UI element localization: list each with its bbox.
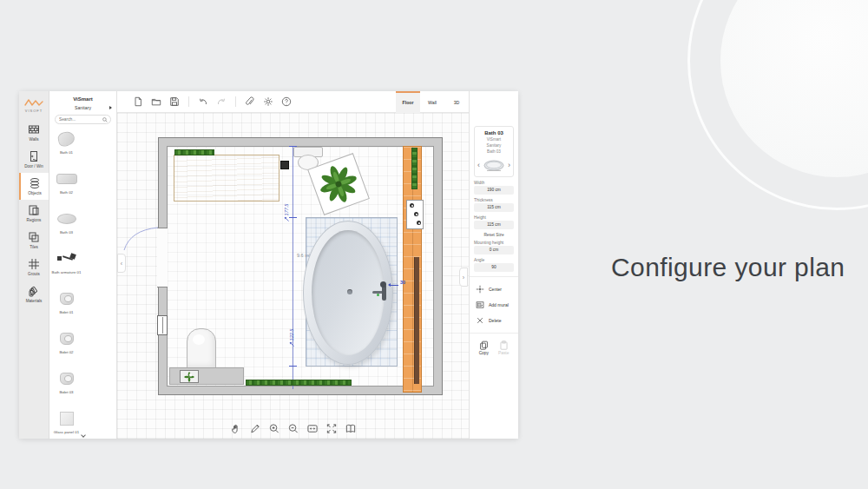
width-input[interactable] <box>474 186 514 195</box>
bath-armature-knob <box>380 281 386 287</box>
sidebar-item-regions[interactable]: Regions <box>19 200 49 227</box>
previous-variant-button[interactable]: ‹ <box>477 162 480 169</box>
mounting-height-label: Mounting height <box>474 241 514 245</box>
vanity-counter[interactable] <box>174 155 279 202</box>
floorplan-canvas[interactable]: 177.5 122.5 9.6 m² <box>117 113 469 439</box>
sidebar-item-materials[interactable]: Materials <box>19 281 49 307</box>
divider <box>470 333 518 334</box>
object-library-panel: ViSmart Sanitary Bath 01 Bath 02 Bath 03… <box>49 91 117 439</box>
plant-top-view <box>313 159 365 210</box>
plant-strip-top[interactable] <box>174 149 214 155</box>
undo-button[interactable] <box>198 96 208 107</box>
paste-button[interactable]: Paste <box>498 340 509 355</box>
library-item-bidet-02[interactable]: Bidet 02 <box>49 327 83 367</box>
sidebar-item-objects[interactable]: Objects <box>19 173 49 200</box>
collapse-library-handle[interactable]: ‹ <box>117 254 126 273</box>
measure-tool[interactable] <box>249 423 260 434</box>
shower-head-dot <box>414 212 418 216</box>
shower-panel[interactable] <box>414 257 419 384</box>
height-field: Height <box>474 215 514 229</box>
thickness-label: Thickness <box>474 198 514 202</box>
window-element[interactable] <box>157 315 168 335</box>
materials-icon <box>28 285 40 297</box>
sidebar-item-label: Regions <box>27 218 42 222</box>
new-file-button[interactable] <box>133 96 143 107</box>
divider <box>470 276 518 277</box>
chevron-right-icon: › <box>463 274 464 281</box>
glass-panel-thumbnail <box>60 412 74 426</box>
selected-object-title: Bath 03 <box>477 130 511 135</box>
center-crosshair-icon <box>476 285 484 294</box>
library-item-bath-03[interactable]: Bath 03 <box>49 208 83 248</box>
sidebar-item-walls[interactable]: Walls <box>19 119 49 146</box>
expand-tool[interactable] <box>326 423 337 434</box>
tool-rail: VISOFT Walls Door / Win Objects Regions … <box>19 91 49 439</box>
library-item-bidet-03[interactable]: Bidet 03 <box>49 367 83 407</box>
toilet[interactable] <box>187 328 216 370</box>
shower-fixture[interactable] <box>406 200 424 229</box>
tab-3d[interactable]: 3D <box>444 91 469 113</box>
angle-field: Angle <box>474 258 514 272</box>
sidebar-item-grouts[interactable]: Grouts <box>19 254 49 281</box>
library-item-bath-armature-01[interactable]: Bath armature 01 <box>49 248 83 287</box>
bath-03-thumbnail <box>57 214 76 224</box>
regions-icon <box>28 204 40 216</box>
snap-point-indicator <box>377 294 379 296</box>
thickness-input[interactable] <box>474 203 514 212</box>
bath-01-thumbnail <box>57 130 76 148</box>
thickness-field: Thickness <box>474 198 514 212</box>
tab-floor[interactable]: Floor <box>396 91 420 113</box>
clipboard-actions: Copy Paste <box>474 338 514 355</box>
fit-view-tool[interactable] <box>306 423 318 434</box>
zoom-out-tool[interactable] <box>287 423 299 434</box>
library-item-bidet-01[interactable]: Bidet 01 <box>49 287 83 327</box>
library-item-bath-02[interactable]: Bath 02 <box>49 168 83 208</box>
height-input[interactable] <box>474 221 514 229</box>
brand-name: VISOFT <box>25 109 43 113</box>
settings-gear-icon[interactable] <box>263 96 273 107</box>
angle-input[interactable] <box>474 263 514 272</box>
reset-size-link[interactable]: Reset Size <box>474 233 514 237</box>
library-category-dropdown[interactable]: Sanitary <box>49 102 116 113</box>
object-preview-image <box>483 158 505 174</box>
page: Configure your plan VISOFT Walls Door / … <box>0 0 868 489</box>
library-item-bath-01[interactable]: Bath 01 <box>49 128 83 168</box>
tab-wall[interactable]: Wall <box>420 91 444 113</box>
library-title: ViSmart <box>49 91 116 102</box>
mounting-height-field: Mounting height <box>474 241 514 254</box>
center-button[interactable]: Center <box>474 281 514 297</box>
sidebar-item-label: Tiles <box>30 245 38 249</box>
collapse-properties-handle[interactable]: › <box>459 268 468 287</box>
bidet-01-thumbnail <box>60 293 74 305</box>
zoom-in-tool[interactable] <box>268 423 279 434</box>
chevron-right-icon <box>109 106 112 109</box>
mounting-height-input[interactable] <box>474 246 514 254</box>
height-label: Height <box>474 215 514 220</box>
plant-strip-bottom[interactable] <box>246 380 352 386</box>
sidebar-item-tiles[interactable]: Tiles <box>19 227 49 254</box>
plant-strip-right[interactable] <box>411 148 418 189</box>
attach-button[interactable] <box>245 96 255 107</box>
catalog-tool[interactable] <box>345 423 356 434</box>
pan-hand-tool[interactable] <box>230 423 241 434</box>
decor-plant-item[interactable] <box>180 370 199 383</box>
sidebar-item-door-win[interactable]: Door / Win <box>19 146 49 173</box>
save-button[interactable] <box>169 96 180 107</box>
dimension-guide-line <box>293 146 293 389</box>
library-search[interactable] <box>55 115 111 124</box>
copy-button[interactable]: Copy <box>479 340 489 355</box>
library-scroll-more[interactable] <box>49 433 116 438</box>
dimension-arrow-icon <box>289 341 294 347</box>
library-grid: Bath 01 Bath 02 Bath 03 Bath armature 01… <box>49 128 116 439</box>
open-folder-button[interactable] <box>151 96 161 107</box>
delete-x-icon <box>476 316 484 325</box>
add-mural-button[interactable]: Add mural <box>474 297 514 313</box>
delete-button[interactable]: Delete <box>474 313 514 328</box>
redo-button[interactable] <box>216 96 227 107</box>
help-icon[interactable] <box>281 96 292 107</box>
next-variant-button[interactable]: › <box>508 162 510 169</box>
walls-icon <box>28 123 40 135</box>
dimension-label-bottom: 122.5 <box>289 329 294 347</box>
search-input[interactable] <box>59 117 101 122</box>
wall-fixture[interactable] <box>280 161 289 169</box>
